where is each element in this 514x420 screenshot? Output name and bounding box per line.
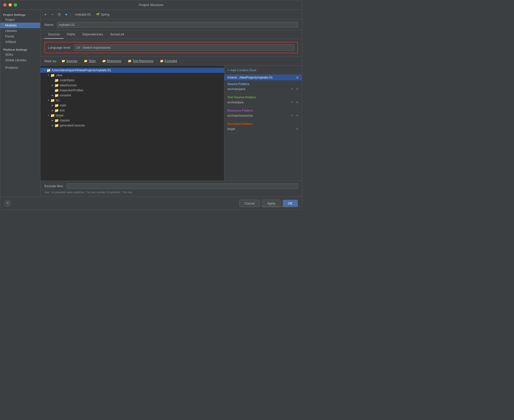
resource-folders-title: Resource Folders (227, 109, 299, 112)
minimize-button[interactable] (9, 3, 12, 7)
tree-test-label: test (60, 109, 65, 112)
tree-root-toggle[interactable]: ▼ (42, 68, 46, 72)
tree-test-item[interactable]: ▶ 📁 test (40, 108, 224, 113)
cancel-button[interactable]: Cancel (239, 200, 260, 207)
tree-src-item[interactable]: ▼ 📁 src (40, 98, 224, 103)
tree-inspection-item[interactable]: ▶ 📁 inspectionProfiles (40, 88, 224, 93)
spring-label: Spring (101, 13, 109, 16)
datasources-folder-icon: 📁 (54, 83, 59, 87)
target-folder-icon: 📁 (50, 113, 55, 117)
tree-sonarlint-toggle[interactable]: ▶ (50, 93, 54, 97)
test-source-folder-path: src/test/java (227, 101, 290, 104)
tree-target-toggle[interactable]: ▼ (46, 113, 50, 117)
exclude-files-row: Exclude files: (44, 183, 298, 189)
tree-idea-item[interactable]: ▼ 📁 .idea (40, 73, 224, 78)
source-folders-section: Source Folders src/main/java ✎ ✕ (224, 80, 302, 94)
sidebar-item-sdks[interactable]: SDKs (0, 52, 40, 57)
exclude-files-label: Exclude files: (44, 184, 64, 188)
mark-excluded-button[interactable]: 📁 Excluded (158, 58, 179, 63)
sidebar: Project Settings Project Modules Librari… (0, 10, 40, 197)
tree-idea-label: .idea (56, 74, 62, 77)
help-button[interactable]: ? (4, 200, 11, 207)
mark-tests-button[interactable]: 📁 Tests (82, 58, 98, 63)
platform-settings-label: Platform Settings (0, 47, 40, 52)
source-folder-remove-button[interactable]: ✕ (295, 87, 299, 91)
excluded-folder-icon: 📁 (160, 59, 164, 63)
excluded-folder-remove-button[interactable]: ✕ (295, 127, 299, 131)
content-root-close-button[interactable]: ✕ (296, 76, 299, 79)
tree-main-toggle[interactable]: ▶ (50, 103, 54, 107)
codestyles-folder-icon: 📁 (54, 78, 59, 82)
sonarlint-folder-icon: 📁 (54, 93, 59, 97)
mark-sources-button[interactable]: 📁 Sources (59, 58, 79, 63)
generated-folder-icon: 📁 (54, 123, 59, 127)
resource-folder-path: src/main/resources (227, 114, 290, 117)
test-source-folder-edit-button[interactable]: ✎ (290, 101, 294, 104)
tree-codestyles-item[interactable]: ▶ 📁 codeStyles (40, 78, 224, 83)
file-tree[interactable]: ▼ 📁 /Users/developer04/IdeaProjects/myba… (40, 66, 224, 181)
tree-root-item[interactable]: ▼ 📁 /Users/developer04/IdeaProjects/myba… (40, 68, 224, 73)
resource-folders-section: Resource Folders src/main/resources ✎ ✕ (224, 107, 302, 120)
test-source-folder-remove-button[interactable]: ✕ (295, 101, 299, 104)
tree-classes-item[interactable]: ▶ 📁 classes (40, 118, 224, 123)
exclude-files-input[interactable] (67, 183, 298, 189)
tab-dependencies[interactable]: Dependencies (79, 30, 107, 39)
tree-generated-toggle[interactable]: ▶ (50, 123, 54, 127)
copy-module-button[interactable]: ⎘ (56, 12, 62, 18)
mark-test-resources-button[interactable]: 📁 Test Resources (126, 58, 155, 63)
source-folder-entry: src/main/java ✎ ✕ (227, 87, 299, 91)
add-module-button[interactable]: + (42, 12, 48, 18)
tests-folder-icon: 📁 (84, 59, 88, 63)
window-controls (3, 3, 17, 7)
maximize-button[interactable] (14, 3, 17, 7)
source-folders-title: Source Folders (227, 82, 299, 86)
titlebar: Project Structure (0, 0, 302, 10)
remove-module-button[interactable]: − (49, 12, 55, 18)
tree-target-label: target (56, 114, 63, 117)
language-level-select[interactable]: 14 - Switch expressions 11 - Local varia… (74, 44, 294, 51)
tree-classes-toggle[interactable]: ▶ (50, 118, 54, 122)
tree-test-toggle[interactable]: ▶ (50, 108, 54, 112)
tree-datasources-toggle[interactable]: ▶ (50, 83, 54, 87)
exclude-files-section: Exclude files: Use ; to separate name pa… (40, 181, 302, 197)
sidebar-item-libraries[interactable]: Libraries (0, 28, 40, 34)
test-folder-icon: 📁 (54, 108, 59, 112)
module-name: mybatis-01 (75, 13, 91, 16)
src-folder-icon: 📁 (50, 98, 55, 102)
tree-main-item[interactable]: ▶ 📁 main (40, 103, 224, 108)
sidebar-item-modules[interactable]: Modules (0, 23, 40, 28)
mark-as-label: Mark as: (44, 59, 57, 63)
excluded-folder-entry: target ✕ (227, 127, 299, 131)
content-root-label: /Users/.../IdeaProjects/mybatis-01 (227, 76, 273, 79)
sidebar-item-artifacts[interactable]: Artifacts (0, 39, 40, 45)
excluded-folder-path: target (227, 127, 295, 131)
module-name-input[interactable] (57, 22, 298, 28)
tree-generated-label: generated-sources (60, 124, 85, 127)
tree-classes-label: classes (60, 119, 70, 122)
mark-resources-button[interactable]: 📁 Resources (100, 58, 123, 63)
test-source-folders-title: Test Source Folders (227, 96, 299, 99)
tree-sonarlint-item[interactable]: ▶ 📁 sonarlint (40, 93, 224, 98)
plus-icon: + (227, 68, 229, 72)
source-folder-edit-button[interactable]: ✎ (290, 87, 294, 91)
tree-datasources-item[interactable]: ▶ 📁 dataSources (40, 83, 224, 88)
tab-sonarlint[interactable]: SonarLint (107, 30, 128, 39)
module-folder-icon: ▼ (65, 13, 68, 17)
tab-paths[interactable]: Paths (63, 30, 79, 39)
tab-sources[interactable]: Sources (44, 30, 63, 39)
tree-src-toggle[interactable]: ▼ (46, 98, 50, 102)
tree-main-label: main (60, 104, 66, 107)
sidebar-item-facets[interactable]: Facets (0, 34, 40, 39)
add-content-root-button[interactable]: + Add Content Root (227, 68, 256, 72)
resource-folder-remove-button[interactable]: ✕ (295, 114, 299, 117)
tree-generated-item[interactable]: ▶ 📁 generated-sources (40, 123, 224, 128)
sidebar-item-project[interactable]: Project (0, 17, 40, 23)
tree-sonarlint-label: sonarlint (60, 94, 71, 97)
tree-idea-toggle[interactable]: ▼ (46, 73, 50, 77)
root-folder-icon: 📁 (46, 68, 51, 72)
close-button[interactable] (3, 3, 7, 7)
tree-target-item[interactable]: ▼ 📁 target (40, 113, 224, 118)
sidebar-item-global-libraries[interactable]: Global Libraries (0, 57, 40, 63)
resource-folder-edit-button[interactable]: ✎ (290, 114, 294, 117)
sidebar-item-problems[interactable]: Problems (0, 65, 40, 71)
